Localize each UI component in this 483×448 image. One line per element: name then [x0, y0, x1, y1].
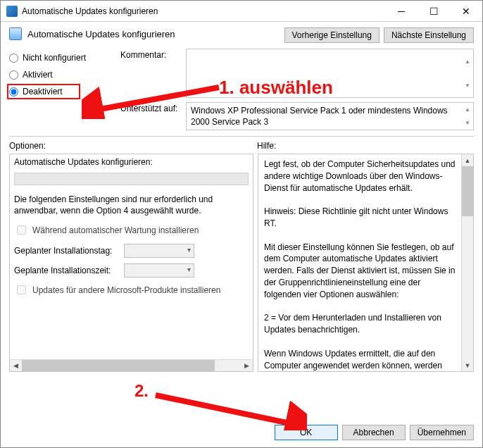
radio-disabled-label: Deaktiviert	[23, 87, 63, 97]
next-setting-button[interactable]: Nächste Einstellung	[384, 27, 474, 43]
lower-headers: Optionen: Hilfe:	[9, 141, 474, 151]
scroll-right-icon[interactable]: ▶	[241, 360, 253, 371]
options-pane: Automatische Updates konfigurieren: Die …	[9, 154, 253, 372]
radio-enabled-input[interactable]	[9, 70, 18, 80]
options-h-scrollbar[interactable]: ◀ ▶	[10, 359, 253, 371]
close-button[interactable]: ✕	[450, 1, 482, 21]
scroll-up-icon[interactable]: ▲	[462, 154, 473, 166]
maximize-button[interactable]: ☐	[418, 1, 450, 21]
radio-disabled-input[interactable]	[9, 87, 18, 97]
comment-row: Kommentar: ▲ ▼	[120, 49, 474, 98]
annotation-step2-text: 2.	[134, 381, 149, 401]
minimize-button[interactable]: ─	[385, 1, 418, 21]
comment-textbox[interactable]: ▲ ▼	[186, 49, 474, 98]
install-time-label: Geplante Installationszeit:	[14, 266, 120, 275]
scroll-down-icon[interactable]: ▼	[462, 359, 473, 371]
policy-header: Automatische Updates konfigurieren Vorhe…	[1, 22, 482, 43]
separator	[9, 136, 474, 137]
supported-label: Unterstützt auf:	[120, 102, 180, 113]
options-combo-disabled	[14, 173, 249, 185]
chk-maintenance-label: Während automatischer Wartung installier…	[32, 225, 199, 235]
scroll-thumb[interactable]	[22, 360, 215, 371]
spin-down-icon[interactable]: ▼	[462, 73, 473, 97]
chk-maintenance-input[interactable]	[17, 225, 26, 235]
install-time-dropdown[interactable]	[124, 263, 194, 278]
main-area: Nicht konfiguriert Aktiviert Deaktiviert…	[1, 43, 482, 372]
scroll-track[interactable]	[462, 166, 473, 359]
dialog-footer: OK Abbrechen Übernehmen	[1, 419, 482, 447]
supported-row: Unterstützt auf: Windows XP Professional…	[120, 102, 474, 130]
help-text: Legt fest, ob der Computer Sicherheitsup…	[258, 154, 461, 371]
nav-buttons: Vorherige Einstellung Nächste Einstellun…	[284, 27, 474, 43]
spin-down-icon[interactable]: ▼	[462, 116, 473, 130]
policy-app-icon	[6, 6, 18, 17]
row-install-time: Geplante Installationszeit:	[14, 263, 249, 278]
ok-button[interactable]: OK	[275, 425, 338, 440]
options-title: Automatische Updates konfigurieren:	[14, 157, 249, 167]
scroll-thumb[interactable]	[462, 166, 473, 216]
state-radio-group: Nicht konfiguriert Aktiviert Deaktiviert	[9, 49, 115, 130]
install-day-dropdown[interactable]	[124, 244, 194, 258]
lower-panel: Automatische Updates konfigurieren: Die …	[9, 154, 474, 372]
help-v-scrollbar[interactable]: ▲ ▼	[461, 154, 473, 371]
help-header: Hilfe:	[257, 141, 276, 151]
radio-enabled-label: Aktiviert	[23, 70, 53, 80]
prev-setting-button[interactable]: Vorherige Einstellung	[284, 27, 380, 43]
radio-enabled[interactable]: Aktiviert	[9, 70, 115, 80]
titlebar: Automatische Updates konfigurieren ─ ☐ ✕	[1, 1, 482, 22]
chk-other-ms[interactable]: Updates für andere Microsoft-Produkte in…	[14, 283, 249, 297]
upper-right-col: Kommentar: ▲ ▼ Unterstützt auf: Windows …	[120, 49, 474, 130]
spin-up-icon[interactable]: ▲	[462, 103, 473, 116]
comment-label: Kommentar:	[120, 49, 180, 60]
help-pane: Legt fest, ob der Computer Sicherheitsup…	[258, 154, 474, 372]
scroll-track[interactable]	[22, 360, 241, 371]
radio-disabled[interactable]: Deaktiviert	[9, 87, 115, 97]
supported-textbox: Windows XP Professional Service Pack 1 o…	[186, 102, 474, 130]
spin-up-icon[interactable]: ▲	[462, 49, 473, 73]
policy-icon	[9, 27, 22, 40]
comment-spin[interactable]: ▲ ▼	[462, 49, 473, 97]
upper-panel: Nicht konfiguriert Aktiviert Deaktiviert…	[9, 49, 474, 130]
scroll-left-icon[interactable]: ◀	[10, 360, 22, 371]
chk-other-ms-input[interactable]	[17, 285, 26, 294]
row-install-day: Geplanter Installationstag:	[14, 244, 249, 258]
options-note: Die folgenden Einstellungen sind nur erf…	[14, 194, 249, 216]
install-day-label: Geplanter Installationstag:	[14, 246, 120, 256]
supported-text: Windows XP Professional Service Pack 1 o…	[191, 106, 448, 127]
radio-not-configured-input[interactable]	[9, 54, 18, 63]
options-header: Optionen:	[9, 141, 257, 151]
radio-not-configured[interactable]: Nicht konfiguriert	[9, 53, 115, 63]
chk-other-ms-label: Updates für andere Microsoft-Produkte in…	[32, 285, 220, 295]
apply-button[interactable]: Übernehmen	[410, 425, 474, 440]
chk-maintenance[interactable]: Während automatischer Wartung installier…	[14, 223, 249, 237]
window-title: Automatische Updates konfigurieren	[22, 6, 385, 16]
radio-not-configured-label: Nicht konfiguriert	[23, 53, 86, 63]
window-controls: ─ ☐ ✕	[385, 1, 482, 21]
supported-spin[interactable]: ▲ ▼	[462, 103, 473, 130]
cancel-button[interactable]: Abbrechen	[342, 425, 406, 440]
policy-title: Automatische Updates konfigurieren	[27, 27, 279, 39]
options-content: Automatische Updates konfigurieren: Die …	[10, 154, 253, 359]
